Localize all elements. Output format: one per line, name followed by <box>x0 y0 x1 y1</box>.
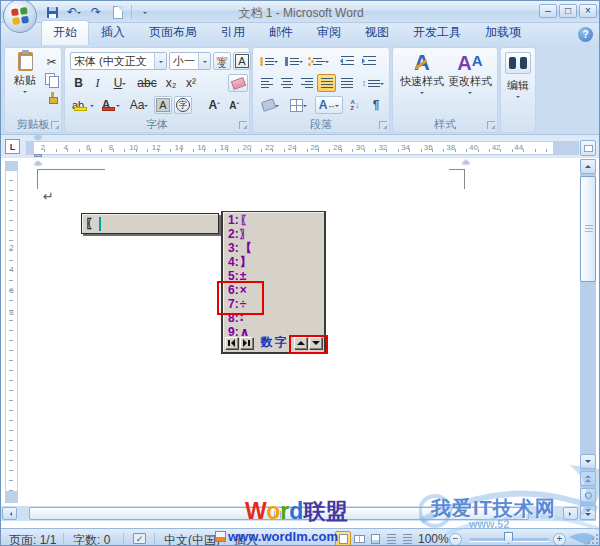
ruler-toggle-button[interactable] <box>580 140 596 156</box>
resize-grip[interactable] <box>587 533 599 545</box>
clear-formatting-button[interactable] <box>228 74 248 92</box>
ime-candidate[interactable]: 2: 〗 <box>225 228 322 242</box>
italic-button[interactable]: I <box>89 74 106 92</box>
minimize-button[interactable]: – <box>539 4 557 18</box>
fullscreen-reading-view-button[interactable] <box>351 531 367 546</box>
vertical-scroll-thumb[interactable] <box>580 176 596 282</box>
subscript-button[interactable]: x₂ <box>162 74 180 92</box>
scroll-left-button[interactable] <box>2 507 17 520</box>
office-button[interactable] <box>3 0 37 33</box>
ribbon-tab[interactable]: 引用 <box>209 20 257 45</box>
ribbon-tab[interactable]: 开始 <box>41 20 89 45</box>
borders-button[interactable] <box>285 96 311 114</box>
format-painter-button[interactable] <box>43 90 60 106</box>
left-indent-marker[interactable] <box>34 154 42 157</box>
bold-button[interactable]: B <box>70 74 87 92</box>
new-document-button[interactable] <box>109 4 127 20</box>
copy-button[interactable] <box>43 72 60 88</box>
show-marks-button[interactable]: ¶ <box>366 96 386 114</box>
font-color-button[interactable]: A <box>98 96 124 114</box>
justify-button[interactable] <box>317 74 336 92</box>
cut-button[interactable]: ✂ <box>43 54 60 70</box>
decrease-indent-button[interactable] <box>337 52 357 70</box>
ribbon-tab[interactable]: 页面布局 <box>137 20 209 45</box>
outline-view-button[interactable] <box>383 531 399 546</box>
underline-button[interactable]: U <box>108 74 132 92</box>
undo-button[interactable]: ↶ <box>65 4 83 20</box>
help-button[interactable]: ? <box>578 27 593 42</box>
increase-indent-button[interactable] <box>359 52 379 70</box>
grow-font-button[interactable]: Aˆ <box>205 96 223 114</box>
draft-view-button[interactable] <box>399 531 415 546</box>
multilevel-list-button[interactable] <box>307 52 330 70</box>
change-case-button[interactable]: Aa <box>126 96 152 114</box>
web-layout-view-button[interactable] <box>367 531 383 546</box>
select-browse-object-button[interactable] <box>580 488 596 503</box>
next-page-button[interactable] <box>580 505 596 520</box>
phonetic-guide-button[interactable]: wén 变 <box>213 52 231 70</box>
vertical-ruler[interactable]: 2468 <box>5 161 18 503</box>
align-right-button[interactable] <box>297 74 316 92</box>
align-center-button[interactable] <box>277 74 296 92</box>
shading-button[interactable] <box>257 96 283 114</box>
ime-last-page-button[interactable] <box>240 337 253 349</box>
font-size-combo[interactable]: 小一 <box>169 52 211 70</box>
clipboard-dialog-launcher-icon[interactable] <box>51 121 59 129</box>
line-spacing-button[interactable]: ↕ <box>360 74 386 92</box>
page-indicator[interactable]: 页面: 1/1 <box>9 532 56 546</box>
styles-dialog-launcher-icon[interactable] <box>487 121 495 129</box>
distribute-button[interactable] <box>337 74 356 92</box>
word-count[interactable]: 字数: 0 <box>73 532 110 546</box>
sort-button[interactable]: A Z ↓ <box>345 96 365 114</box>
save-button[interactable] <box>43 4 61 20</box>
paragraph-dialog-launcher-icon[interactable] <box>379 121 387 129</box>
superscript-button[interactable]: x² <box>182 74 200 92</box>
paste-button[interactable]: 粘贴 <box>9 52 41 95</box>
font-size-dropdown[interactable] <box>198 53 210 69</box>
customize-qat-button[interactable] <box>136 4 154 20</box>
character-border-button[interactable]: A <box>233 52 251 70</box>
ribbon-tab[interactable]: 开发工具 <box>401 20 473 45</box>
right-indent-marker[interactable] <box>462 146 470 160</box>
font-name-dropdown[interactable] <box>154 53 166 69</box>
scroll-down-button[interactable] <box>580 454 596 469</box>
bullets-button[interactable] <box>257 52 280 70</box>
language-indicator[interactable]: 中文(中国) <box>164 532 220 546</box>
ribbon-tab[interactable]: 加载项 <box>473 20 533 45</box>
highlight-color-button[interactable]: ab <box>70 96 96 114</box>
align-left-button[interactable] <box>257 74 276 92</box>
zoom-in-button[interactable]: + <box>553 533 566 546</box>
ime-candidate[interactable]: 4: 】 <box>225 256 322 270</box>
zoom-out-button[interactable]: − <box>449 533 462 546</box>
asian-layout-button[interactable]: A ↔ <box>315 96 343 114</box>
scroll-up-button[interactable] <box>580 159 596 174</box>
ime-candidate[interactable]: 3: 【 <box>225 242 322 256</box>
zoom-level[interactable]: 100% <box>418 532 449 546</box>
ime-first-page-button[interactable] <box>225 337 238 349</box>
numbering-button[interactable] <box>282 52 305 70</box>
zoom-slider-thumb[interactable] <box>504 532 513 544</box>
close-button[interactable]: × <box>579 4 597 18</box>
redo-button[interactable]: ↷ <box>87 4 105 20</box>
maximize-button[interactable]: □ <box>559 4 577 18</box>
spell-check-icon[interactable]: ✓ <box>133 533 146 544</box>
font-name-combo[interactable]: 宋体 (中文正文 <box>70 52 167 70</box>
ribbon-tab[interactable]: 审阅 <box>305 20 353 45</box>
scroll-right-button[interactable] <box>563 507 578 520</box>
strikethrough-button[interactable]: abc <box>134 74 160 92</box>
change-styles-button[interactable]: AA 更改样式 <box>447 52 493 96</box>
ribbon-tab[interactable]: 视图 <box>353 20 401 45</box>
ime-candidate[interactable]: 1: 〖 <box>225 214 322 228</box>
horizontal-ruler[interactable]: 2468101214161820222426283032343638404244 <box>26 141 579 155</box>
character-shading-button[interactable]: A <box>154 96 172 114</box>
editing-button[interactable]: 编辑 <box>503 52 533 100</box>
vertical-scrollbar[interactable] <box>580 159 596 521</box>
ime-composition-box[interactable]: 〖 <box>81 213 219 234</box>
tab-selector[interactable]: L <box>5 139 20 154</box>
font-dialog-launcher-icon[interactable] <box>239 121 247 129</box>
ribbon-tab[interactable]: 邮件 <box>257 20 305 45</box>
enclose-characters-button[interactable]: 字 <box>174 96 192 114</box>
previous-page-button[interactable] <box>580 471 596 486</box>
quick-styles-button[interactable]: A 快速样式 <box>399 52 445 96</box>
shrink-font-button[interactable]: Aˇ <box>225 96 243 114</box>
